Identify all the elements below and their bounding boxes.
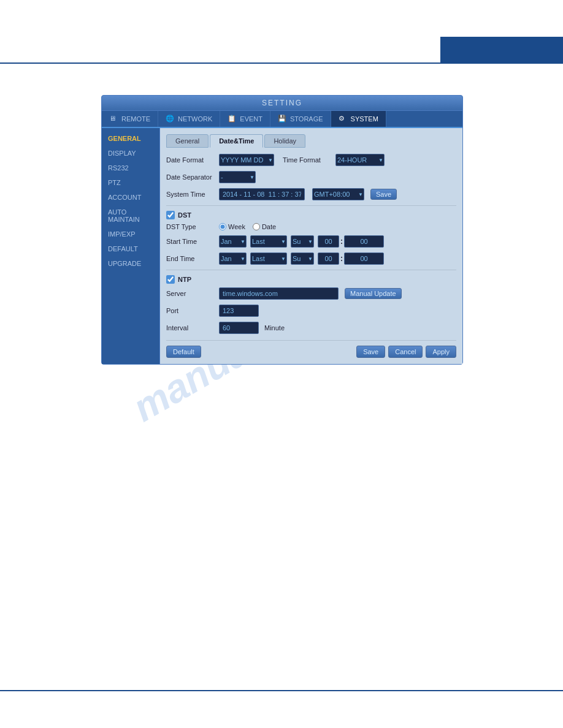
date-format-row: Date Format YYYY MM DD MM DD YYYY DD MM … — [166, 154, 456, 166]
start-min-input[interactable] — [344, 235, 384, 248]
start-month-select[interactable]: JanFebMarApr MayJunJulAug SepOctNovDec — [219, 235, 247, 248]
top-rule — [0, 63, 563, 64]
storage-icon: 💾 — [278, 115, 288, 123]
start-time-row: Start Time JanFebMarApr MayJunJulAug Sep… — [166, 235, 456, 248]
date-format-label: Date Format — [166, 156, 215, 164]
divider-2 — [166, 270, 456, 270]
dst-type-radio-group: Week Date — [219, 223, 276, 230]
tab-holiday[interactable]: Holiday — [264, 134, 305, 148]
sidebar-item-rs232[interactable]: RS232 — [102, 161, 159, 175]
tab-general[interactable]: General — [166, 134, 209, 148]
sidebar-item-auto-maintain[interactable]: AUTO MAINTAIN — [102, 205, 159, 227]
nav-label-storage: STORAGE — [290, 115, 323, 123]
sidebar-item-imp-exp[interactable]: IMP/EXP — [102, 227, 159, 241]
nav-item-network[interactable]: 🌐 NETWORK — [158, 111, 220, 127]
apply-button[interactable]: Apply — [426, 346, 456, 358]
nav-label-system: SYSTEM — [351, 115, 378, 123]
nav-item-storage[interactable]: 💾 STORAGE — [270, 111, 331, 127]
date-format-select[interactable]: YYYY MM DD MM DD YYYY DD MM YYYY — [219, 154, 274, 166]
time-format-label: Time Format — [283, 156, 332, 164]
ntp-checkbox[interactable] — [166, 275, 175, 284]
cancel-button[interactable]: Cancel — [388, 346, 423, 358]
end-hour-input[interactable] — [318, 252, 339, 265]
dst-date-radio[interactable] — [253, 223, 260, 230]
nav-item-remote[interactable]: 🖥 REMOTE — [102, 111, 158, 127]
sidebar: GENERAL DISPLAY RS232 PTZ ACCOUNT AUTO M… — [102, 128, 160, 364]
start-week-wrapper: FirstSecondThirdFourthLast — [250, 235, 287, 248]
dst-week-radio[interactable] — [219, 223, 226, 230]
end-time-row: End Time JanFebMarApr MayJunJulAug SepOc… — [166, 252, 456, 265]
setting-window: SETTING 🖥 REMOTE 🌐 NETWORK 📋 EVENT 💾 STO… — [101, 95, 463, 365]
time-format-select[interactable]: 24-HOUR 12-HOUR — [335, 154, 385, 166]
tab-datetime[interactable]: Date&Time — [210, 134, 263, 148]
start-time-group: : — [318, 235, 384, 248]
main-panel: General Date&Time Holiday Date Format YY… — [160, 128, 462, 364]
dst-section-header: DST — [166, 211, 456, 219]
start-day-select[interactable]: SuMoTuWe ThFrSa — [291, 235, 314, 248]
form-section: Date Format YYYY MM DD MM DD YYYY DD MM … — [166, 154, 456, 358]
nav-item-event[interactable]: 📋 EVENT — [220, 111, 270, 127]
dst-checkbox[interactable] — [166, 211, 175, 219]
interval-label: Interval — [166, 324, 215, 332]
dst-type-row: DST Type Week Date — [166, 223, 456, 230]
nav-bar: 🖥 REMOTE 🌐 NETWORK 📋 EVENT 💾 STORAGE ⚙ S… — [102, 111, 462, 128]
nav-label-remote: REMOTE — [121, 115, 150, 123]
end-min-input[interactable] — [344, 252, 384, 265]
start-time-label: Start Time — [166, 238, 215, 245]
save-bottom-button[interactable]: Save — [356, 346, 385, 358]
default-button[interactable]: Default — [166, 346, 201, 358]
system-icon: ⚙ — [339, 115, 348, 123]
remote-icon: 🖥 — [109, 115, 119, 123]
ntp-label: NTP — [178, 276, 191, 283]
start-hour-input[interactable] — [318, 235, 339, 248]
divider-1 — [166, 205, 456, 206]
ntp-section-header: NTP — [166, 275, 456, 284]
tab-bar: General Date&Time Holiday — [166, 134, 456, 148]
end-month-wrapper: JanFebMarApr MayJunJulAug SepOctNovDec — [219, 252, 247, 265]
content-area: GENERAL DISPLAY RS232 PTZ ACCOUNT AUTO M… — [102, 128, 462, 364]
start-week-select[interactable]: FirstSecondThirdFourthLast — [250, 235, 287, 248]
sidebar-item-general[interactable]: GENERAL — [102, 131, 159, 146]
timezone-select[interactable]: GMT+08:00 GMT+00:00 GMT-05:00 — [312, 188, 364, 200]
system-time-save-button[interactable]: Save — [370, 189, 397, 200]
system-time-input[interactable] — [219, 188, 305, 200]
server-label: Server — [166, 290, 215, 297]
dst-type-label: DST Type — [166, 223, 215, 230]
dst-date-label[interactable]: Date — [253, 223, 276, 230]
bottom-rule — [0, 690, 563, 691]
end-time-group: : — [318, 252, 384, 265]
minute-label: Minute — [264, 324, 285, 332]
end-week-wrapper: FirstSecondThirdFourthLast — [250, 252, 287, 265]
timezone-wrapper: GMT+08:00 GMT+00:00 GMT-05:00 — [312, 188, 364, 200]
sidebar-item-ptz[interactable]: PTZ — [102, 175, 159, 190]
sidebar-item-display[interactable]: DISPLAY — [102, 146, 159, 161]
end-week-select[interactable]: FirstSecondThirdFourthLast — [250, 252, 287, 265]
manual-update-button[interactable]: Manual Update — [345, 288, 402, 299]
nav-item-system[interactable]: ⚙ SYSTEM — [331, 111, 386, 127]
time-format-wrapper: 24-HOUR 12-HOUR — [335, 154, 385, 166]
event-icon: 📋 — [228, 115, 237, 123]
server-row: Server Manual Update — [166, 287, 456, 300]
nav-label-event: EVENT — [240, 115, 262, 123]
system-time-label: System Time — [166, 191, 215, 198]
date-separator-select[interactable]: - / . — [219, 171, 256, 183]
server-input[interactable] — [219, 287, 339, 300]
port-input[interactable] — [219, 305, 259, 317]
dst-week-label[interactable]: Week — [219, 223, 245, 230]
port-row: Port — [166, 305, 456, 317]
bottom-bar: Default Save Cancel Apply — [166, 340, 456, 358]
sidebar-item-default[interactable]: DEFAULT — [102, 241, 159, 256]
start-colon: : — [340, 237, 343, 246]
interval-input[interactable] — [219, 322, 259, 334]
top-accent-box — [440, 37, 563, 63]
date-separator-row: Date Separator - / . — [166, 171, 456, 183]
interval-row: Interval Minute — [166, 322, 456, 334]
date-separator-label: Date Separator — [166, 173, 215, 181]
end-day-wrapper: SuMoTuWe ThFrSa — [291, 252, 314, 265]
start-day-wrapper: SuMoTuWe ThFrSa — [291, 235, 314, 248]
sidebar-item-account[interactable]: ACCOUNT — [102, 190, 159, 205]
sidebar-item-upgrade[interactable]: UPGRADE — [102, 256, 159, 271]
date-separator-wrapper: - / . — [219, 171, 256, 183]
end-month-select[interactable]: JanFebMarApr MayJunJulAug SepOctNovDec — [219, 252, 247, 265]
end-day-select[interactable]: SuMoTuWe ThFrSa — [291, 252, 314, 265]
